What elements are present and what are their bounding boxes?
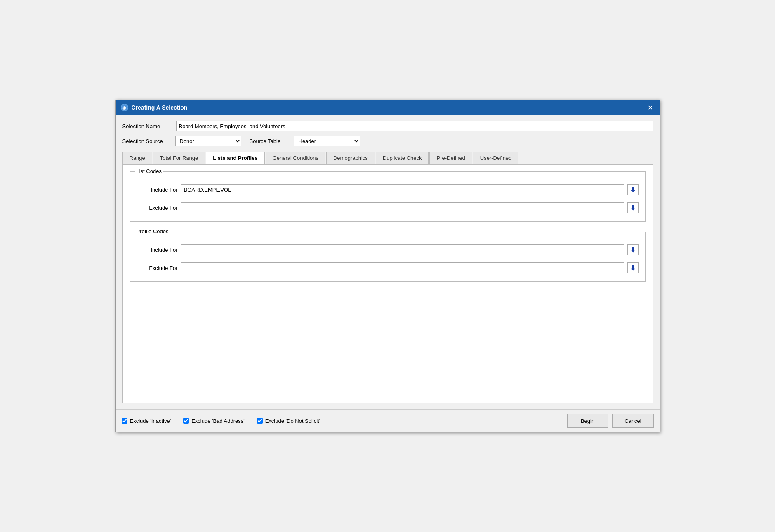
list-exclude-row: Exclude For ⬇ [137,202,639,213]
profile-exclude-down-icon: ⬇ [630,264,636,272]
exclude-bad-address-checkbox[interactable] [183,418,189,424]
app-icon: ◉ [121,104,128,111]
profile-exclude-label: Exclude For [137,265,178,271]
title-bar-left: ◉ Creating A Selection [121,104,188,111]
source-table-select[interactable]: Header [294,136,360,146]
main-content: Selection Name Selection Source Donor So… [116,115,660,409]
exclude-bad-address-label: Exclude 'Bad Address' [191,418,245,424]
profile-codes-title: Profile Codes [135,228,170,234]
profile-exclude-down-button[interactable]: ⬇ [627,262,639,273]
tab-demographics[interactable]: Demographics [326,152,375,164]
exclude-do-not-solicit-label: Exclude 'Do Not Solicit' [265,418,320,424]
profile-include-input[interactable] [181,244,624,255]
profile-include-down-icon: ⬇ [630,246,636,254]
tab-lists-and-profiles[interactable]: Lists and Profiles [206,152,264,164]
list-codes-section: List Codes Include For ⬇ Exclude For ⬇ [130,171,646,222]
begin-button[interactable]: Begin [567,414,608,428]
main-window: ◉ Creating A Selection ✕ Selection Name … [115,100,660,432]
selection-source-group: Selection Source Donor [122,136,241,146]
title-bar: ◉ Creating A Selection ✕ [116,100,660,115]
list-exclude-input[interactable] [181,202,624,213]
selection-name-input[interactable] [176,121,653,131]
exclude-inactive-label: Exclude 'Inactive' [130,418,171,424]
profile-exclude-input[interactable] [181,262,624,273]
source-table-label: Source Table [250,138,291,144]
tab-pre-defined[interactable]: Pre-Defined [429,152,472,164]
exclude-do-not-solicit-checkbox[interactable] [257,418,263,424]
source-table-group: Source Table Header [250,136,360,146]
profile-exclude-row: Exclude For ⬇ [137,262,639,273]
exclude-do-not-solicit-group: Exclude 'Do Not Solicit' [257,418,320,424]
exclude-bad-address-group: Exclude 'Bad Address' [183,418,245,424]
profile-include-label: Include For [137,247,178,253]
list-include-down-button[interactable]: ⬇ [627,184,639,195]
list-include-label: Include For [137,187,178,193]
cancel-button[interactable]: Cancel [612,414,654,428]
tab-general-conditions[interactable]: General Conditions [266,152,325,164]
profile-codes-section: Profile Codes Include For ⬇ Exclude For … [130,232,646,282]
list-include-down-icon: ⬇ [630,186,636,194]
list-exclude-down-icon: ⬇ [630,204,636,212]
tab-content-lists-and-profiles: List Codes Include For ⬇ Exclude For ⬇ [122,164,653,403]
bottom-buttons: Begin Cancel [567,414,654,428]
selection-source-label: Selection Source [122,138,172,144]
exclude-inactive-group: Exclude 'Inactive' [122,418,171,424]
profile-include-row: Include For ⬇ [137,244,639,255]
list-include-input[interactable] [181,184,624,195]
tab-user-defined[interactable]: User-Defined [473,152,519,164]
list-codes-title: List Codes [135,168,163,174]
selection-name-row: Selection Name [122,121,653,131]
selection-source-select[interactable]: Donor [175,136,241,146]
source-row: Selection Source Donor Source Table Head… [122,136,653,146]
tab-total-for-range[interactable]: Total For Range [153,152,205,164]
exclude-inactive-checkbox[interactable] [122,418,127,424]
profile-include-down-button[interactable]: ⬇ [627,244,639,255]
list-exclude-label: Exclude For [137,205,178,211]
bottom-bar: Exclude 'Inactive' Exclude 'Bad Address'… [116,409,660,432]
close-button[interactable]: ✕ [646,103,655,112]
selection-name-label: Selection Name [122,123,172,129]
window-title: Creating A Selection [132,104,188,111]
tab-duplicate-check[interactable]: Duplicate Check [376,152,429,164]
list-include-row: Include For ⬇ [137,184,639,195]
list-exclude-down-button[interactable]: ⬇ [627,202,639,213]
tab-range[interactable]: Range [122,152,152,164]
tab-bar: Range Total For Range Lists and Profiles… [122,151,653,164]
